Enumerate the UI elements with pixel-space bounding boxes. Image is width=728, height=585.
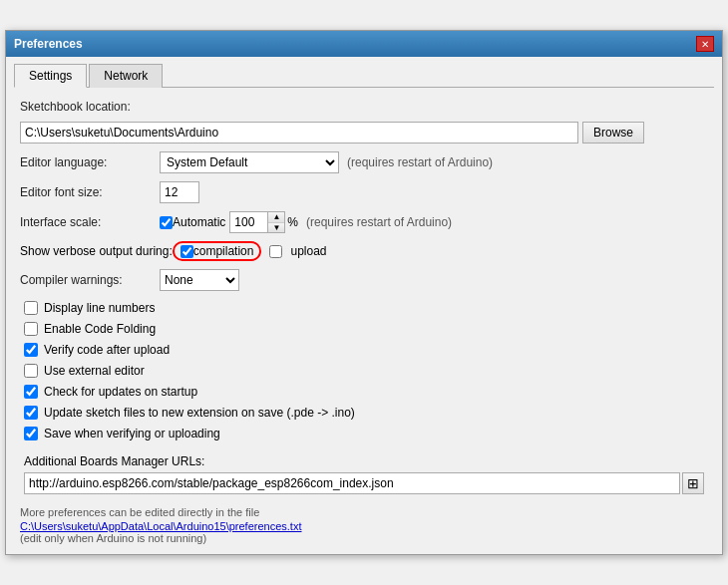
additional-boards-label: Additional Boards Manager URLs: [24,454,704,468]
verbose-output-row: Show verbose output during: compilation … [20,241,708,261]
compiler-warnings-row: Compiler warnings: None Default More All [20,269,708,291]
tab-settings[interactable]: Settings [14,64,87,88]
auto-checkbox-wrapper: Automatic [160,215,225,229]
cb-external-editor-input[interactable] [24,364,38,378]
cb-check-updates-label: Check for updates on startup [44,385,197,399]
cb-enable-code-folding: Enable Code Folding [24,322,704,336]
verbose-options: compilation upload [173,241,327,261]
verbose-output-label: Show verbose output during: [20,244,173,258]
window-title: Preferences [14,37,83,51]
settings-form: Sketchbook location: Browse Editor langu… [14,98,714,546]
editor-font-size-input[interactable] [160,181,199,203]
interface-scale-row: Interface scale: Automatic ▲ ▼ % (requir… [20,211,708,233]
language-restart-note: (requires restart of Arduino) [347,155,493,169]
cb-update-sketch: Update sketch files to new extension on … [24,406,704,420]
title-bar: Preferences ✕ [6,31,722,57]
sketchbook-row: Sketchbook location: [20,100,708,114]
compiler-warnings-label: Compiler warnings: [20,273,160,287]
upload-checkbox[interactable] [269,245,282,258]
editor-font-size-label: Editor font size: [20,185,160,199]
content-area: Settings Network Sketchbook location: Br… [6,57,722,554]
tab-network[interactable]: Network [89,64,163,88]
scale-spinbox-arrows: ▲ ▼ [267,211,285,233]
editor-font-size-row: Editor font size: [20,181,708,203]
cb-update-sketch-input[interactable] [24,406,38,420]
cb-verify-code-input[interactable] [24,343,38,357]
cb-external-editor: Use external editor [24,364,704,378]
cb-save-when-verifying: Save when verifying or uploading [24,427,704,440]
scale-spinbox: ▲ ▼ % [229,211,298,233]
cb-verify-code-label: Verify code after upload [44,343,170,357]
cb-display-line-numbers-label: Display line numbers [44,301,155,315]
compilation-label: compilation [193,244,254,258]
more-prefs-line1: More preferences can be edited directly … [20,506,708,518]
pct-label: % [287,215,298,229]
compiler-warnings-select[interactable]: None Default More All [160,269,239,291]
sketchbook-label: Sketchbook location: [20,100,160,114]
cb-enable-code-folding-label: Enable Code Folding [44,322,156,336]
tab-bar: Settings Network [14,63,714,88]
cb-update-sketch-label: Update sketch files to new extension on … [44,406,355,420]
cb-save-when-verifying-label: Save when verifying or uploading [44,427,220,440]
scale-restart-note: (requires restart of Arduino) [306,215,452,229]
compilation-checkbox[interactable] [181,245,193,258]
scale-up-arrow[interactable]: ▲ [268,212,284,223]
cb-check-updates: Check for updates on startup [24,385,704,399]
auto-checkbox[interactable] [160,216,173,229]
scale-down-arrow[interactable]: ▼ [268,223,284,233]
cb-external-editor-label: Use external editor [44,364,145,378]
editor-language-label: Editor language: [20,155,160,169]
cb-check-updates-input[interactable] [24,385,38,399]
cb-display-line-numbers-input[interactable] [24,301,38,315]
list-icon-button[interactable]: ⊞ [682,472,704,494]
close-button[interactable]: ✕ [696,36,714,52]
auto-label: Automatic [173,215,225,229]
sketchbook-input[interactable] [20,122,578,144]
compilation-highlight: compilation [173,241,262,261]
sketchbook-input-row: Browse [20,122,708,144]
interface-scale-label: Interface scale: [20,215,160,229]
browse-button[interactable]: Browse [582,122,644,144]
cb-verify-code: Verify code after upload [24,343,704,357]
checkboxes-section: Display line numbers Enable Code Folding… [20,301,708,440]
editor-language-select[interactable]: System Default [160,151,339,173]
more-prefs-section: More preferences can be edited directly … [20,506,708,544]
additional-url-row: ⊞ [24,472,704,494]
cb-save-when-verifying-input[interactable] [24,427,38,440]
preferences-window: Preferences ✕ Settings Network Sketchboo… [5,30,723,555]
cb-enable-code-folding-input[interactable] [24,322,38,336]
title-bar-controls: ✕ [696,36,714,52]
edit-note: (edit only when Arduino is not running) [20,532,708,544]
prefs-file-path[interactable]: C:\Users\suketu\AppData\Local\Arduino15\… [20,520,708,532]
additional-url-input[interactable] [24,472,680,494]
editor-language-row: Editor language: System Default (require… [20,151,708,173]
cb-display-line-numbers: Display line numbers [24,301,704,315]
scale-value-input[interactable] [229,211,267,233]
upload-label: upload [290,244,326,258]
additional-boards-section: Additional Boards Manager URLs: ⊞ [20,450,708,498]
